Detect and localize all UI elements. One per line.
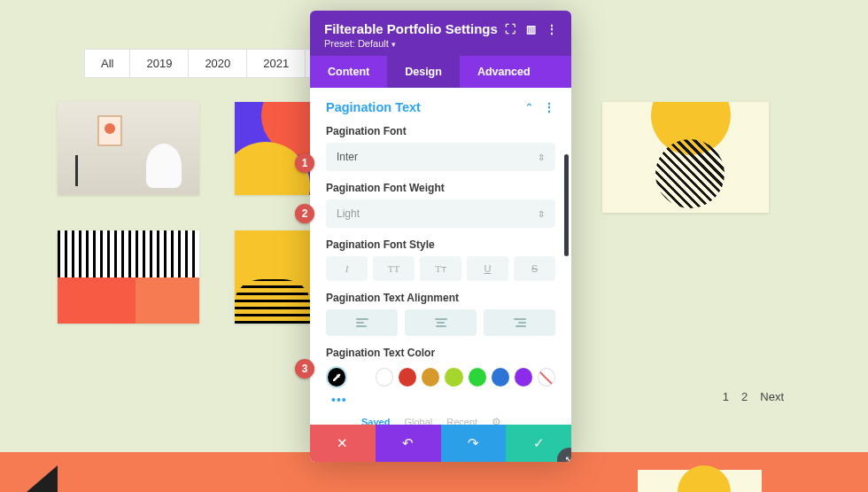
color-picker-button[interactable] bbox=[326, 366, 347, 388]
portfolio-item[interactable] bbox=[602, 102, 769, 213]
color-label: Pagination Text Color bbox=[326, 347, 555, 359]
annotation-marker-2: 2 bbox=[295, 204, 314, 223]
panel-header: Filterable Portfolio Settings ⛶ ▥ ⋮ Pres… bbox=[310, 11, 571, 56]
font-label: Pagination Font bbox=[326, 125, 555, 137]
collapse-icon[interactable]: ⌃ bbox=[524, 101, 534, 114]
section-more-icon[interactable]: ⋮ bbox=[543, 100, 555, 114]
panel-body: Pagination Text ⌃ ⋮ Pagination Font Inte… bbox=[310, 88, 571, 425]
portfolio-item[interactable] bbox=[235, 102, 310, 195]
panel-title-text: Filterable Portfolio Settings bbox=[324, 21, 498, 36]
uppercase-button[interactable]: TT bbox=[373, 256, 415, 281]
color-swatch[interactable] bbox=[422, 368, 439, 387]
weight-select[interactable]: Light⇳ bbox=[326, 199, 555, 228]
smallcaps-button[interactable]: Tᴛ bbox=[420, 256, 461, 281]
pagination: 1 2 Next bbox=[723, 390, 784, 403]
align-left-button[interactable] bbox=[326, 309, 398, 336]
color-tab-recent[interactable]: Recent bbox=[446, 417, 477, 425]
filter-tab-2020[interactable]: 2020 bbox=[189, 50, 247, 77]
panel-tabs: Content Design Advanced bbox=[310, 56, 571, 88]
page-next[interactable]: Next bbox=[760, 390, 784, 403]
portfolio-item[interactable] bbox=[58, 102, 199, 195]
page-2[interactable]: 2 bbox=[741, 390, 748, 403]
tab-advanced[interactable]: Advanced bbox=[460, 56, 548, 88]
portfolio-item[interactable] bbox=[235, 230, 310, 324]
column-icon[interactable]: ▥ bbox=[526, 23, 536, 35]
align-center-button[interactable] bbox=[405, 309, 477, 336]
color-swatch[interactable] bbox=[515, 368, 532, 387]
weight-label: Pagination Font Weight bbox=[326, 182, 555, 194]
italic-button[interactable]: I bbox=[326, 256, 368, 281]
align-right-button[interactable] bbox=[484, 309, 555, 336]
undo-button[interactable]: ↶ bbox=[376, 425, 441, 462]
style-label: Pagination Font Style bbox=[326, 238, 555, 251]
font-select[interactable]: Inter⇳ bbox=[326, 143, 555, 171]
settings-panel: Filterable Portfolio Settings ⛶ ▥ ⋮ Pres… bbox=[310, 11, 571, 462]
panel-footer: ✕ ↶ ↷ ✓ bbox=[310, 425, 571, 462]
scrollbar[interactable] bbox=[564, 154, 569, 256]
color-swatch[interactable] bbox=[445, 368, 462, 387]
portfolio-item[interactable] bbox=[58, 230, 199, 324]
filter-tab-2021[interactable]: 2021 bbox=[247, 50, 306, 77]
page-1[interactable]: 1 bbox=[723, 390, 729, 403]
color-swatch[interactable] bbox=[376, 368, 393, 387]
color-swatch[interactable] bbox=[399, 368, 416, 387]
filter-tab-all[interactable]: All bbox=[85, 50, 130, 77]
color-swatch[interactable] bbox=[353, 368, 370, 387]
preset-selector[interactable]: Preset: Default▾ bbox=[324, 38, 557, 49]
more-icon[interactable]: ⋮ bbox=[546, 23, 557, 35]
section-title[interactable]: Pagination Text bbox=[326, 100, 421, 114]
gear-icon[interactable]: ⚙ bbox=[492, 416, 501, 425]
annotation-marker-1: 1 bbox=[295, 153, 314, 173]
underline-button[interactable]: U bbox=[467, 256, 508, 281]
color-tab-global[interactable]: Global bbox=[404, 417, 432, 425]
more-colors-icon[interactable]: ••• bbox=[326, 391, 555, 409]
tab-design[interactable]: Design bbox=[387, 56, 460, 88]
filter-tab-2019[interactable]: 2019 bbox=[130, 50, 189, 77]
tab-content[interactable]: Content bbox=[310, 56, 387, 88]
eyedropper-icon bbox=[331, 372, 342, 383]
align-label: Pagination Text Alignment bbox=[326, 292, 555, 304]
color-swatch[interactable] bbox=[492, 368, 509, 387]
color-none[interactable] bbox=[538, 368, 555, 387]
color-swatch[interactable] bbox=[469, 368, 486, 387]
annotation-marker-3: 3 bbox=[295, 359, 314, 379]
strikethrough-button[interactable]: S bbox=[514, 256, 555, 281]
focus-icon[interactable]: ⛶ bbox=[505, 23, 515, 35]
redo-button[interactable]: ↷ bbox=[441, 425, 507, 462]
close-button[interactable]: ✕ bbox=[310, 425, 376, 462]
color-tab-saved[interactable]: Saved bbox=[361, 417, 390, 425]
